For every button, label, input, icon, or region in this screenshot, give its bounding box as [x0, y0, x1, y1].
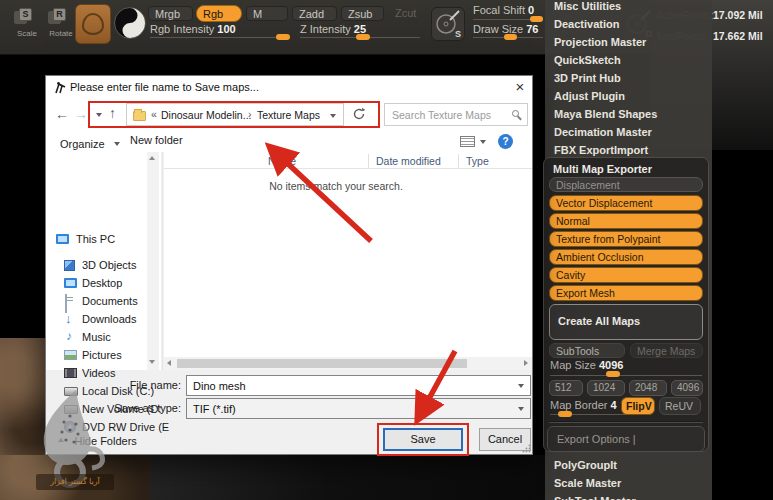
list-horizontal-scrollbar[interactable]	[164, 357, 532, 370]
tree-item-label: Pictures	[82, 349, 122, 361]
menu-item-decimation-master[interactable]: Decimation Master	[545, 123, 712, 141]
brush-preview-button[interactable]	[75, 4, 111, 44]
mrgb-button[interactable]: Mrgb	[148, 6, 193, 21]
breadcrumb-folder[interactable]: Dinosaur Modelin...	[161, 109, 251, 121]
breadcrumb-overflow-icon[interactable]: «	[151, 108, 157, 120]
breadcrumb-dropdown-icon[interactable]	[330, 114, 336, 118]
column-divider-2[interactable]	[458, 154, 459, 168]
m-button[interactable]: M	[246, 6, 288, 21]
create-all-maps-button[interactable]: Create All Maps	[549, 304, 703, 340]
export-mesh-button[interactable]: Export Mesh	[549, 285, 703, 301]
videos-icon	[64, 368, 77, 378]
menu-item-quicksketch[interactable]: QuickSketch	[545, 51, 712, 69]
draw-size-handle[interactable]	[504, 34, 517, 40]
menu-item-3d-print-hub[interactable]: 3D Print Hub	[545, 69, 712, 87]
view-mode-icon[interactable]	[460, 136, 475, 147]
file-name-dropdown-icon[interactable]	[518, 384, 524, 388]
column-header-date-modified[interactable]: Date modified	[376, 155, 441, 167]
save-as-type-select[interactable]: TIF (*.tif)	[186, 398, 531, 419]
file-list-area[interactable]	[164, 169, 532, 357]
rgb-intensity-value: 100	[217, 23, 235, 35]
size-1024-button[interactable]: 1024	[587, 380, 625, 396]
map-size-handle[interactable]	[606, 371, 620, 377]
3d-objects-icon	[64, 260, 75, 271]
z-intensity-slider[interactable]: Z Intensity 25	[300, 23, 366, 35]
zsub-button[interactable]: Zsub	[341, 6, 384, 21]
stroke-picker-button[interactable]: S	[431, 7, 465, 41]
scroll-left-icon[interactable]	[167, 360, 171, 366]
map-size-track[interactable]	[550, 375, 702, 376]
canvas-shadow-strip	[150, 455, 545, 500]
column-header-name[interactable]: Name	[268, 155, 296, 167]
menu-item-misc-utilities[interactable]: Misc Utilities	[545, 0, 712, 15]
z-intensity-handle[interactable]	[356, 34, 370, 40]
multi-map-exporter-title[interactable]: Multi Map Exporter	[553, 163, 652, 175]
rgb-button[interactable]: Rgb	[196, 5, 242, 22]
focal-shift-handle[interactable]	[530, 16, 543, 22]
forward-icon[interactable]: →	[74, 106, 88, 122]
menu-item-scale-master[interactable]: Scale Master	[545, 474, 712, 492]
search-icon	[512, 110, 519, 117]
breadcrumb-bar[interactable]: « Dinosaur Modelin... › Texture Maps	[126, 103, 344, 126]
map-size-label: Map Size	[550, 359, 596, 371]
cavity-button[interactable]: Cavity	[549, 267, 703, 283]
column-divider-1[interactable]	[368, 154, 369, 168]
sort-ascending-icon	[270, 148, 276, 152]
save-button[interactable]: Save	[383, 428, 463, 451]
size-2048-button[interactable]: 2048	[629, 380, 667, 396]
watermark-caption: آریا گستر افزار	[36, 474, 114, 490]
zadd-button[interactable]: Zadd	[292, 6, 337, 21]
ambient-occlusion-button[interactable]: Ambient Occlusion	[549, 249, 703, 265]
rgb-intensity-track[interactable]	[150, 37, 288, 38]
vector-displacement-button[interactable]: Vector Displacement	[549, 195, 703, 211]
material-sphere-button[interactable]	[113, 6, 147, 40]
menu-item-projection-master[interactable]: Projection Master	[545, 33, 712, 51]
rgb-intensity-slider[interactable]: Rgb Intensity 100	[150, 23, 236, 35]
up-icon[interactable]: ↑	[109, 105, 116, 121]
tree-list-splitter[interactable]	[162, 152, 163, 370]
view-mode-dropdown-icon[interactable]	[480, 140, 486, 144]
reuv-button[interactable]: ReUV	[659, 397, 701, 415]
back-icon[interactable]: ←	[55, 106, 69, 122]
help-button[interactable]: ?	[498, 134, 513, 149]
menu-item-maya-blend-shapes[interactable]: Maya Blend Shapes	[545, 105, 712, 123]
breadcrumb-current[interactable]: Texture Maps	[257, 109, 320, 121]
close-button[interactable]: ×	[508, 77, 532, 97]
scrollbar-thumb[interactable]	[177, 359, 467, 368]
focal-shift-slider[interactable]: Focal Shift 0	[473, 4, 534, 16]
export-options-button[interactable]: Export Options |	[547, 426, 705, 452]
map-border-slider[interactable]: Map Border 4	[550, 399, 617, 411]
menu-item-polygroupit[interactable]: PolyGroupIt	[545, 456, 712, 474]
menu-item-subtool-master[interactable]: SubTool Master	[545, 492, 712, 500]
rgb-intensity-handle[interactable]	[276, 34, 290, 40]
zcut-button[interactable]: Zcut	[389, 6, 421, 21]
tree-scrollbar[interactable]	[147, 152, 159, 370]
resize-grip-icon[interactable]	[522, 444, 531, 453]
refresh-icon[interactable]	[352, 107, 366, 121]
file-name-input[interactable]: Dino mesh	[186, 375, 531, 396]
menu-item-deactivation[interactable]: Deactivation	[545, 15, 712, 33]
organize-button[interactable]: Organize	[60, 134, 120, 150]
map-size-slider[interactable]: Map Size 4096	[550, 359, 623, 371]
normal-button[interactable]: Normal	[549, 213, 703, 229]
merge-maps-button[interactable]: Merge Maps	[630, 343, 703, 358]
map-border-handle[interactable]	[558, 411, 572, 417]
size-512-button[interactable]: 512	[549, 380, 583, 396]
column-header-type[interactable]: Type	[466, 155, 489, 167]
search-input[interactable]: Search Texture Maps	[392, 109, 491, 121]
map-border-label: Map Border	[550, 399, 607, 411]
subtools-button[interactable]: SubTools	[549, 343, 625, 358]
save-as-type-dropdown-icon[interactable]	[518, 407, 524, 411]
menu-item-adjust-plugin[interactable]: Adjust Plugin	[545, 87, 712, 105]
tree-scroll-down-icon[interactable]	[149, 360, 155, 364]
tree-item-documents[interactable]: Documents	[64, 294, 66, 310]
displacement-button[interactable]: Displacement	[549, 177, 703, 192]
flipv-button[interactable]: FlipV	[621, 397, 655, 415]
recent-locations-dropdown-icon[interactable]	[96, 113, 102, 117]
scroll-right-icon[interactable]	[524, 360, 528, 366]
new-folder-button[interactable]: New folder	[130, 134, 183, 146]
search-box[interactable]: Search Texture Maps	[384, 103, 528, 126]
size-4096-button[interactable]: 4096	[671, 380, 703, 396]
tree-scroll-up-icon[interactable]	[149, 156, 155, 160]
texture-from-polypaint-button[interactable]: Texture from Polypaint	[549, 231, 703, 247]
